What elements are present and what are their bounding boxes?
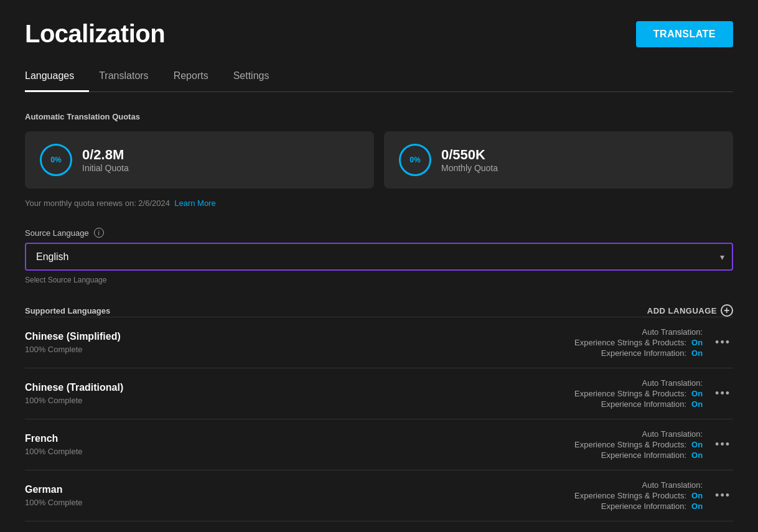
language-more-button[interactable]: ••• <box>713 489 733 502</box>
translate-button[interactable]: TRANSLATE <box>636 21 733 47</box>
language-status-group: Auto Translation: Experience Strings & P… <box>574 480 703 511</box>
language-right-side: Auto Translation: Experience Strings & P… <box>574 327 733 358</box>
language-name: French <box>25 433 83 444</box>
info-status-row: Experience Information: On <box>601 502 703 511</box>
monthly-quota-info: 0/550K Monthly Quota <box>441 147 498 173</box>
tab-translators[interactable]: Translators <box>99 63 163 92</box>
language-row: German 100% Complete Auto Translation: E… <box>25 470 733 521</box>
strings-status-row: Experience Strings & Products: On <box>574 440 703 449</box>
language-info: German 100% Complete <box>25 484 83 507</box>
auto-translation-label: Auto Translation: <box>642 429 703 439</box>
tabs-row: Languages Translators Reports Settings <box>25 63 733 92</box>
initial-quota-label: Initial Quota <box>82 163 129 173</box>
language-more-button[interactable]: ••• <box>713 336 733 349</box>
strings-status-row: Experience Strings & Products: On <box>574 338 703 347</box>
info-status-on: On <box>691 450 703 460</box>
initial-quota-info: 0/2.8M Initial Quota <box>82 147 129 173</box>
strings-status-on: On <box>691 491 703 500</box>
language-name: German <box>25 484 83 495</box>
language-row: Chinese (Simplified) 100% Complete Auto … <box>25 317 733 368</box>
language-info: French 100% Complete <box>25 433 83 456</box>
add-language-icon: + <box>721 304 733 317</box>
language-row: French 100% Complete Auto Translation: E… <box>25 419 733 470</box>
strings-status-row: Experience Strings & Products: On <box>574 491 703 500</box>
initial-quota-circle: 0% <box>40 144 72 176</box>
quotas-section-title: Automatic Translation Quotas <box>25 112 733 121</box>
header-row: Localization TRANSLATE <box>25 20 733 48</box>
learn-more-link[interactable]: Learn More <box>174 198 215 208</box>
supported-languages-section: Supported Languages ADD LANGUAGE + Chine… <box>25 304 733 532</box>
quotas-section: Automatic Translation Quotas 0% 0/2.8M I… <box>25 112 733 208</box>
auto-translation-label: Auto Translation: <box>642 480 703 490</box>
language-right-side: Auto Translation: Experience Strings & P… <box>574 378 733 409</box>
source-language-select-wrapper: English ▾ <box>25 243 733 271</box>
add-language-button[interactable]: ADD LANGUAGE + <box>647 304 733 317</box>
initial-quota-card: 0% 0/2.8M Initial Quota <box>25 131 374 189</box>
monthly-quota-value: 0/550K <box>441 147 498 163</box>
strings-status-on: On <box>691 338 703 347</box>
language-completion: 100% Complete <box>25 498 83 507</box>
language-list: Chinese (Simplified) 100% Complete Auto … <box>25 317 733 532</box>
language-right-side: Auto Translation: Experience Strings & P… <box>574 429 733 460</box>
language-info: Chinese (Simplified) 100% Complete <box>25 331 121 354</box>
source-language-info-icon[interactable]: i <box>94 228 104 238</box>
monthly-quota-label: Monthly Quota <box>441 163 498 173</box>
renew-notice: Your monthly quota renews on: 2/6/2024 L… <box>25 198 733 208</box>
info-status-row: Experience Information: On <box>601 450 703 460</box>
supported-languages-header: Supported Languages ADD LANGUAGE + <box>25 304 733 317</box>
info-status-on: On <box>691 348 703 358</box>
source-language-label-row: Source Language i <box>25 228 733 238</box>
language-completion: 100% Complete <box>25 345 121 354</box>
source-language-section: Source Language i English ▾ Select Sourc… <box>25 228 733 284</box>
supported-languages-label: Supported Languages <box>25 306 110 315</box>
strings-status-on: On <box>691 389 703 398</box>
info-status-row: Experience Information: On <box>601 399 703 409</box>
source-language-select[interactable]: English <box>25 243 733 271</box>
language-more-button[interactable]: ••• <box>713 438 733 451</box>
page-container: Localization TRANSLATE Languages Transla… <box>0 0 758 532</box>
page-title: Localization <box>25 20 165 48</box>
strings-status-on: On <box>691 440 703 449</box>
info-status-on: On <box>691 502 703 511</box>
select-hint: Select Source Language <box>25 276 733 284</box>
auto-translation-label: Auto Translation: <box>642 327 703 337</box>
language-status-group: Auto Translation: Experience Strings & P… <box>574 429 703 460</box>
language-name: Chinese (Traditional) <box>25 382 123 393</box>
language-row: Chinese (Traditional) 100% Complete Auto… <box>25 368 733 419</box>
language-status-group: Auto Translation: Experience Strings & P… <box>574 378 703 409</box>
info-status-row: Experience Information: On <box>601 348 703 358</box>
strings-status-row: Experience Strings & Products: On <box>574 389 703 398</box>
monthly-quota-circle: 0% <box>399 144 431 176</box>
quota-cards: 0% 0/2.8M Initial Quota 0% 0/550K Monthl… <box>25 131 733 189</box>
language-info: Chinese (Traditional) 100% Complete <box>25 382 123 405</box>
tab-settings[interactable]: Settings <box>233 63 284 92</box>
language-name: Chinese (Simplified) <box>25 331 121 342</box>
language-completion: 100% Complete <box>25 396 123 405</box>
tab-languages[interactable]: Languages <box>25 63 89 92</box>
tab-reports[interactable]: Reports <box>174 63 223 92</box>
auto-translation-label: Auto Translation: <box>642 378 703 388</box>
language-status-group: Auto Translation: Experience Strings & P… <box>574 327 703 358</box>
language-more-button[interactable]: ••• <box>713 387 733 400</box>
language-right-side: Auto Translation: Experience Strings & P… <box>574 480 733 511</box>
language-row: Indonesian 100% Complete Auto Translatio… <box>25 521 733 532</box>
initial-quota-value: 0/2.8M <box>82 147 129 163</box>
language-completion: 100% Complete <box>25 447 83 456</box>
monthly-quota-card: 0% 0/550K Monthly Quota <box>384 131 733 189</box>
info-status-on: On <box>691 399 703 409</box>
